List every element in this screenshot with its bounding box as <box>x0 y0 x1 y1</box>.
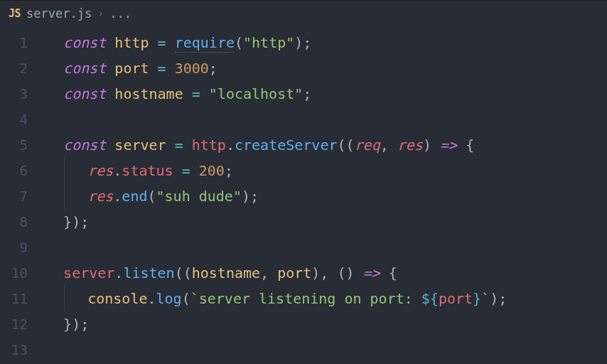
breadcrumb[interactable]: JS server.js › ... <box>0 0 607 26</box>
code-line[interactable]: const http = require("http"); <box>46 30 607 55</box>
line-number: 5 <box>0 132 28 158</box>
breadcrumb-ellipsis[interactable]: ... <box>109 6 131 21</box>
line-number: 10 <box>0 260 28 286</box>
code-line[interactable]: console.log(`server listening on port: $… <box>46 286 607 311</box>
js-file-icon: JS <box>9 7 21 20</box>
line-number: 3 <box>0 81 28 107</box>
code-line[interactable]: res.end("suh dude"); <box>46 183 607 209</box>
code-line[interactable] <box>46 235 607 260</box>
code-line[interactable]: const hostname = "localhost"; <box>46 81 607 107</box>
line-number: 13 <box>0 337 28 363</box>
line-number: 9 <box>0 235 28 260</box>
code-content[interactable]: const http = require("http"); const port… <box>46 30 607 363</box>
code-line[interactable] <box>46 107 607 132</box>
line-number: 2 <box>0 55 28 81</box>
code-line[interactable]: server.listen((hostname, port), () => { <box>46 260 607 286</box>
line-number: 8 <box>0 209 28 235</box>
line-number: 1 <box>0 30 28 55</box>
code-line[interactable]: }); <box>46 209 607 235</box>
line-number: 7 <box>0 183 28 209</box>
chevron-right-icon: › <box>97 7 104 20</box>
line-number: 4 <box>0 107 28 132</box>
code-editor[interactable]: 1 2 3 4 5 6 7 8 9 10 11 12 13 const http… <box>0 26 607 363</box>
breadcrumb-filename[interactable]: server.js <box>26 6 92 21</box>
line-number: 11 <box>0 286 28 311</box>
code-line[interactable]: const port = 3000; <box>46 55 607 81</box>
line-number: 12 <box>0 311 28 337</box>
code-line[interactable]: }); <box>46 311 607 337</box>
code-line[interactable]: res.status = 200; <box>46 158 607 183</box>
line-number-gutter: 1 2 3 4 5 6 7 8 9 10 11 12 13 <box>0 30 46 363</box>
code-line[interactable]: const server = http.createServer((req, r… <box>46 132 607 158</box>
code-line[interactable] <box>46 337 607 363</box>
line-number: 6 <box>0 158 28 183</box>
